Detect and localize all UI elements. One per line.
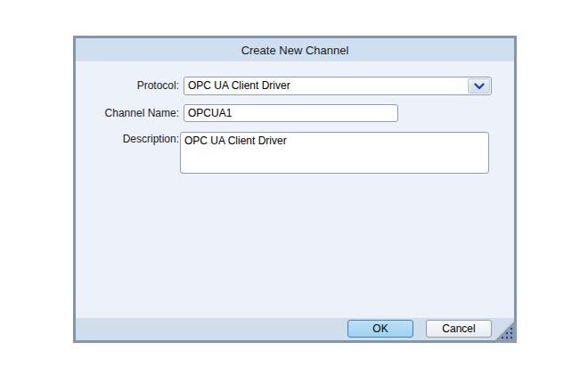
- resize-grip[interactable]: [495, 322, 517, 343]
- channel-name-label: Channel Name:: [76, 104, 179, 122]
- protocol-dropdown[interactable]: OPC UA Client Driver: [184, 77, 492, 95]
- resize-grip-dots: [510, 337, 512, 338]
- create-new-channel-dialog: Create New Channel Protocol: OPC UA Clie…: [73, 36, 517, 343]
- description-label: Description:: [76, 132, 179, 146]
- dialog-titlebar[interactable]: Create New Channel: [76, 38, 514, 62]
- ok-button[interactable]: OK: [347, 320, 413, 338]
- dialog-body: Protocol: OPC UA Client Driver Channel N…: [76, 62, 514, 318]
- channel-name-input[interactable]: [184, 104, 398, 122]
- cancel-button[interactable]: Cancel: [426, 320, 492, 338]
- desktop-background: Create New Channel Protocol: OPC UA Clie…: [0, 0, 588, 383]
- dialog-footer: OK Cancel: [76, 318, 514, 340]
- dialog-title: Create New Channel: [241, 44, 349, 57]
- protocol-label: Protocol:: [76, 77, 179, 95]
- description-textarea[interactable]: OPC UA Client Driver: [180, 132, 489, 174]
- chevron-down-icon[interactable]: [468, 78, 490, 94]
- protocol-selected-value: OPC UA Client Driver: [188, 77, 466, 94]
